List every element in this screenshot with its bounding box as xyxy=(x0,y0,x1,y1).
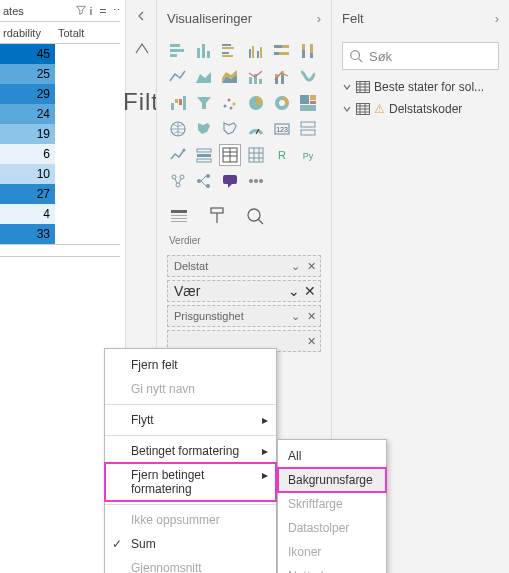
filter-icon[interactable] xyxy=(76,5,86,17)
stacked-area-icon[interactable] xyxy=(219,66,241,88)
menu-item[interactable]: ✓Sum xyxy=(105,532,276,556)
table-row[interactable]: 45 xyxy=(0,44,120,64)
matrix-icon[interactable] xyxy=(245,144,267,166)
python-visual-icon[interactable]: Py xyxy=(297,144,319,166)
search-icon xyxy=(349,49,363,63)
svg-point-79 xyxy=(249,179,253,183)
area-chart-icon[interactable] xyxy=(193,66,215,88)
table-row[interactable]: 19 xyxy=(0,124,120,144)
col-header-2[interactable]: Totalt xyxy=(55,27,110,39)
table-row[interactable]: 24 xyxy=(0,104,120,124)
stacked-bar-100-icon[interactable] xyxy=(271,40,293,62)
svg-point-89 xyxy=(351,51,360,60)
submenu-item: Skriftfarge xyxy=(278,492,386,516)
table-row[interactable]: 4 xyxy=(0,204,120,224)
format-tab-icon[interactable] xyxy=(207,206,227,229)
table-row[interactable]: 6 xyxy=(0,144,120,164)
ribbon-chart-icon[interactable] xyxy=(297,66,319,88)
qa-visual-icon[interactable] xyxy=(219,170,241,192)
stacked-column-icon[interactable] xyxy=(193,40,215,62)
chevron-right-icon[interactable]: › xyxy=(495,11,499,26)
waterfall-icon[interactable] xyxy=(167,92,189,114)
chevron-left-icon[interactable] xyxy=(126,0,156,24)
menu-separator xyxy=(105,504,276,505)
close-icon[interactable]: ✕ xyxy=(304,283,316,299)
header-ellipsis[interactable]: ⋯ xyxy=(110,4,120,17)
table-visual-icon[interactable] xyxy=(219,144,241,166)
menu-item[interactable]: Fjern felt xyxy=(105,353,276,377)
donut-chart-icon[interactable] xyxy=(271,92,293,114)
menu-item[interactable]: Flytt▸ xyxy=(105,408,276,432)
menu-item[interactable]: Betinget formatering▸ xyxy=(105,439,276,463)
fields-header[interactable]: Felt › xyxy=(332,0,509,36)
custom-visual-icon[interactable] xyxy=(245,170,267,192)
menu-item: Gi nytt navn xyxy=(105,377,276,401)
clustered-column-icon[interactable] xyxy=(245,40,267,62)
funnel-icon[interactable] xyxy=(193,92,215,114)
filled-map-icon[interactable] xyxy=(193,118,215,140)
scatter-icon[interactable] xyxy=(219,92,241,114)
field-well[interactable]: Delstat⌄✕ xyxy=(167,255,321,277)
stacked-bar-icon[interactable] xyxy=(167,40,189,62)
close-icon[interactable]: ✕ xyxy=(307,310,316,323)
menu-item[interactable]: Fjern betinget formatering▸ xyxy=(105,463,276,501)
svg-rect-6 xyxy=(202,44,205,58)
tree-item[interactable]: Beste stater for sol... xyxy=(332,76,509,98)
line-chart-icon[interactable] xyxy=(167,66,189,88)
chevron-down-icon[interactable]: ⌄ xyxy=(291,260,300,273)
submenu-item[interactable]: Bakgrunnsfarge xyxy=(278,468,386,492)
card-icon[interactable]: 123 xyxy=(271,118,293,140)
tree-item-label: Beste stater for sol... xyxy=(374,80,484,94)
svg-line-71 xyxy=(179,179,181,183)
chevron-down-icon[interactable]: ⌄ xyxy=(291,310,300,323)
fields-tab-icon[interactable] xyxy=(169,206,189,229)
svg-rect-50 xyxy=(301,122,315,127)
svg-rect-82 xyxy=(171,215,187,216)
tree-item[interactable]: ⚠Delstatskoder xyxy=(332,98,509,120)
field-well[interactable]: Vær⌄✕ xyxy=(167,280,321,302)
shape-map-icon[interactable] xyxy=(219,118,241,140)
table-header-cols: rdability Totalt xyxy=(0,22,120,44)
slicer-icon[interactable] xyxy=(193,144,215,166)
pie-chart-icon[interactable] xyxy=(245,92,267,114)
line-stacked-column-icon[interactable] xyxy=(271,66,293,88)
search-input[interactable]: Søk xyxy=(342,42,499,70)
decomposition-tree-icon[interactable] xyxy=(193,170,215,192)
chevron-down-icon[interactable]: ⌄ xyxy=(288,283,300,299)
svg-rect-13 xyxy=(252,46,254,58)
col-header-1[interactable]: rdability xyxy=(0,27,55,39)
submenu-item[interactable]: All xyxy=(278,444,386,468)
svg-rect-42 xyxy=(300,95,309,104)
analytics-tab-icon[interactable] xyxy=(245,206,265,229)
visualizations-header[interactable]: Visualiseringer › xyxy=(157,0,331,36)
field-well[interactable]: Prisgunstighet⌄✕ xyxy=(167,305,321,327)
cell-empty xyxy=(55,224,110,244)
menu-item-label: Gi nytt navn xyxy=(131,382,195,396)
stacked-column-100-icon[interactable] xyxy=(297,40,319,62)
table-row[interactable]: 25 xyxy=(0,64,120,84)
cell-empty xyxy=(55,204,110,224)
svg-rect-8 xyxy=(222,44,231,46)
svg-rect-11 xyxy=(222,55,233,57)
menu-item: Gjennomsnitt xyxy=(105,556,276,573)
view-icon[interactable] xyxy=(126,24,156,57)
clustered-bar-icon[interactable] xyxy=(219,40,241,62)
r-visual-icon[interactable]: R xyxy=(271,144,293,166)
table-row[interactable]: 29 xyxy=(0,84,120,104)
map-icon[interactable] xyxy=(167,118,189,140)
treemap-icon[interactable] xyxy=(297,92,319,114)
multi-row-card-icon[interactable] xyxy=(297,118,319,140)
close-icon[interactable]: ✕ xyxy=(307,335,316,348)
chevron-right-icon[interactable]: › xyxy=(317,11,321,26)
svg-line-90 xyxy=(359,59,363,63)
gauge-icon[interactable] xyxy=(245,118,267,140)
table-row[interactable]: 33 xyxy=(0,224,120,244)
table-row[interactable]: 10 xyxy=(0,164,120,184)
kpi-icon[interactable] xyxy=(167,144,189,166)
table-row[interactable]: 27 xyxy=(0,184,120,204)
line-column-icon[interactable] xyxy=(245,66,267,88)
close-icon[interactable]: ✕ xyxy=(307,260,316,273)
key-influencers-icon[interactable] xyxy=(167,170,189,192)
more-icon[interactable] xyxy=(96,5,110,17)
info-icon[interactable]: i xyxy=(86,5,96,17)
